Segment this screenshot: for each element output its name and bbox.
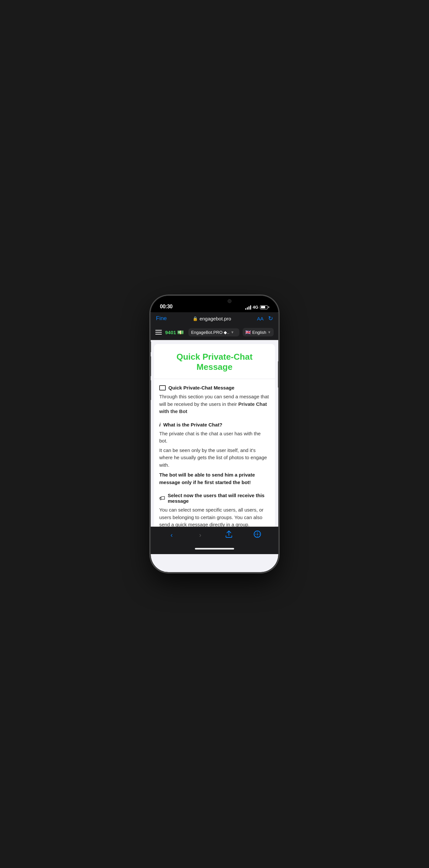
section-select-heading: 🏷 Select now the users that will receive… [159, 493, 270, 504]
signal-bar-2 [247, 307, 248, 310]
main-content: Quick Private-Chat Message Quick Private… [151, 340, 278, 527]
power-button[interactable] [278, 361, 278, 388]
section-what-is: i What is the Private Chat? The private … [159, 422, 270, 486]
bot-selector-chevron: ▼ [231, 330, 234, 334]
section-intro: Quick Private-Chat Message Through this … [159, 385, 270, 415]
signal-bars [245, 305, 251, 310]
mute-button[interactable] [151, 342, 151, 352]
screen-inner: Fine 🔒 engagebot.pro AA ↻ 9401 [151, 312, 278, 572]
lock-icon: 🔒 [193, 316, 198, 321]
notch [188, 296, 241, 307]
browser-url-container: 🔒 engagebot.pro [193, 316, 231, 321]
credits-value: 9401 [165, 330, 176, 335]
browser-actions: AA ↻ [257, 315, 273, 322]
browser-reload-button[interactable]: ↻ [268, 315, 273, 322]
section-intro-body: Through this section you can send a mess… [159, 393, 270, 415]
browser-url[interactable]: engagebot.pro [199, 316, 231, 321]
home-indicator [151, 543, 278, 554]
page-title: Quick Private-Chat Message [161, 352, 268, 372]
nav-credits: 9401 💵 [165, 329, 184, 336]
section-what-is-body-2: It can be seen only by the user itself, … [159, 447, 270, 469]
language-label: English [252, 330, 266, 335]
browser-bar: Fine 🔒 engagebot.pro AA ↻ [151, 312, 278, 325]
battery-body [260, 305, 268, 309]
card-header: Quick Private-Chat Message [154, 344, 275, 379]
nav-bar: 9401 💵 EngageBot.PRO ◆.. ▼ 🇬🇧 English ▼ [151, 325, 278, 340]
signal-bar-4 [250, 305, 251, 310]
phone-frame: 00:30 4G Fine [151, 296, 278, 572]
bot-name-label: EngageBot.PRO ◆.. [191, 330, 229, 335]
section-what-is-title: What is the Private Chat? [163, 422, 222, 428]
network-type: 4G [253, 305, 258, 310]
nav-language-selector[interactable]: 🇬🇧 English ▼ [243, 328, 274, 337]
screen: 00:30 4G Fine [151, 296, 278, 572]
signal-bar-3 [249, 306, 250, 310]
back-button[interactable]: ‹ [164, 528, 179, 542]
battery-tip [268, 306, 269, 308]
nav-bot-selector[interactable]: EngageBot.PRO ◆.. ▼ [188, 328, 239, 337]
hamburger-menu[interactable] [155, 330, 162, 335]
section-select-title: Select now the users that will receive t… [168, 493, 270, 504]
signal-bar-1 [245, 308, 246, 310]
section-what-is-body-bold: The bot will be able to send him a priva… [159, 471, 270, 486]
bottom-toolbar: ‹ › [151, 527, 278, 543]
section-intro-heading: Quick Private-Chat Message [159, 385, 270, 391]
section-select-users: 🏷 Select now the users that will receive… [159, 493, 270, 527]
pin-icon: 🏷 [159, 495, 165, 502]
front-camera [228, 299, 231, 303]
compass-icon [254, 531, 261, 539]
battery-fill [261, 306, 265, 308]
back-icon: ‹ [170, 531, 173, 539]
section-select-body: You can select some specific users, all … [159, 506, 270, 527]
forward-button[interactable]: › [193, 528, 207, 542]
hamburger-line-2 [155, 332, 162, 333]
card-body: Quick Private-Chat Message Through this … [154, 379, 275, 527]
hamburger-line-1 [155, 330, 162, 331]
language-flag: 🇬🇧 [245, 330, 251, 335]
browser-back-button[interactable]: Fine [156, 315, 167, 322]
section-what-is-body-1: The private chat is the chat a user has … [159, 430, 270, 445]
hamburger-line-3 [155, 334, 162, 335]
volume-up-button[interactable] [151, 356, 151, 376]
section-what-is-heading: i What is the Private Chat? [159, 422, 270, 428]
forward-icon: › [199, 531, 201, 539]
status-icons: 4G [245, 305, 269, 310]
home-bar [195, 548, 234, 550]
language-chevron: ▼ [267, 330, 271, 334]
share-button[interactable] [222, 528, 236, 542]
browser-aa-button[interactable]: AA [257, 316, 264, 321]
battery-indicator [260, 305, 269, 309]
info-icon: i [159, 422, 161, 428]
svg-point-1 [257, 533, 258, 535]
share-icon [226, 531, 232, 539]
status-time: 00:30 [160, 304, 172, 310]
content-card: Quick Private-Chat Message Quick Private… [154, 344, 275, 527]
compass-button[interactable] [250, 528, 265, 542]
coin-icon: 💵 [177, 329, 184, 336]
volume-down-button[interactable] [151, 380, 151, 400]
section-intro-title: Quick Private-Chat Message [168, 385, 234, 391]
chat-icon [159, 385, 166, 391]
